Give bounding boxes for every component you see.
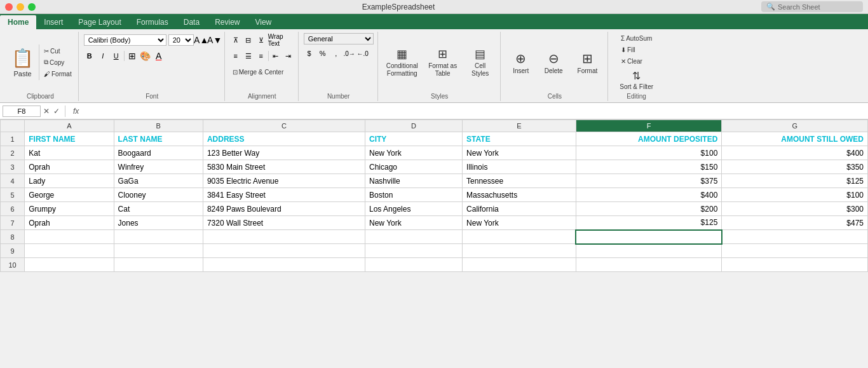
cell-e4[interactable]: Tennessee <box>463 174 576 188</box>
increase-font-button[interactable]: A▲ <box>196 34 207 46</box>
tab-data[interactable]: Data <box>176 15 207 29</box>
cell-d3[interactable]: Chicago <box>365 160 463 174</box>
cell-c2[interactable]: 123 Better Way <box>203 146 365 160</box>
align-center-button[interactable]: ☰ <box>243 50 254 62</box>
font-size-select[interactable]: 20 <box>168 34 194 46</box>
cell-a8[interactable] <box>25 230 114 244</box>
cell-b4[interactable]: GaGa <box>114 174 203 188</box>
cell-b2[interactable]: Boogaard <box>114 146 203 160</box>
sort-filter-button[interactable]: ⇅ Sort & Filter <box>613 69 660 92</box>
cell-c5[interactable]: 3841 Easy Street <box>203 188 365 202</box>
cell-c4[interactable]: 9035 Electric Avenue <box>203 174 365 188</box>
cell-g1[interactable]: AMOUNT STILL OWED <box>722 132 868 146</box>
tab-view[interactable]: View <box>247 15 279 29</box>
cell-d10[interactable] <box>365 258 463 272</box>
cell-g2[interactable]: $400 <box>722 146 868 160</box>
cell-d4[interactable]: Nashville <box>365 174 463 188</box>
confirm-formula-button[interactable]: ✓ <box>53 107 60 116</box>
row-num-2[interactable]: 2 <box>1 146 25 160</box>
close-button[interactable] <box>5 3 13 11</box>
italic-button[interactable]: I <box>97 50 109 62</box>
cell-g6[interactable]: $300 <box>722 202 868 216</box>
cell-d7[interactable]: New York <box>365 216 463 230</box>
row-num-7[interactable]: 7 <box>1 216 25 230</box>
cell-a10[interactable] <box>25 258 114 272</box>
col-header-a[interactable]: A <box>25 120 114 132</box>
align-top-button[interactable]: ⊼ <box>230 34 241 46</box>
cell-f4[interactable]: $375 <box>576 174 722 188</box>
cell-a1[interactable]: FIRST NAME <box>25 132 114 146</box>
row-num-5[interactable]: 5 <box>1 188 25 202</box>
cell-f7[interactable]: $125 <box>576 216 722 230</box>
cell-b7[interactable]: Jones <box>114 216 203 230</box>
align-right-button[interactable]: ≡ <box>255 50 267 62</box>
cell-d6[interactable]: Los Angeles <box>365 202 463 216</box>
col-header-c[interactable]: C <box>203 120 365 132</box>
cell-e10[interactable] <box>463 258 576 272</box>
cell-a2[interactable]: Kat <box>25 146 114 160</box>
cell-f2[interactable]: $100 <box>576 146 722 160</box>
row-num-10[interactable]: 10 <box>1 258 25 272</box>
cell-a5[interactable]: George <box>25 188 114 202</box>
format-painter-button[interactable]: 🖌 Format <box>41 69 74 79</box>
cell-b6[interactable]: Cat <box>114 202 203 216</box>
align-bottom-button[interactable]: ⊻ <box>255 34 267 46</box>
col-header-g[interactable]: G <box>722 120 868 132</box>
font-color-button[interactable]: A <box>153 50 165 62</box>
cell-d1[interactable]: CITY <box>365 132 463 146</box>
row-num-1[interactable]: 1 <box>1 132 25 146</box>
cell-c6[interactable]: 8249 Paws Boulevard <box>203 202 365 216</box>
cell-a6[interactable]: Grumpy <box>25 202 114 216</box>
cell-g8[interactable] <box>722 230 868 244</box>
cell-g3[interactable]: $350 <box>722 160 868 174</box>
cell-styles-button[interactable]: ▤ Cell Styles <box>465 44 496 80</box>
decrease-font-button[interactable]: A▼ <box>209 34 220 46</box>
cut-button[interactable]: ✂ Cut <box>41 46 74 56</box>
cell-e8[interactable] <box>463 230 576 244</box>
increase-decimal-button[interactable]: .0→ <box>344 48 355 59</box>
indent-decrease-button[interactable]: ⇤ <box>270 50 281 62</box>
comma-button[interactable]: , <box>330 48 342 59</box>
wrap-text-button[interactable]: Wrap Text <box>270 34 281 46</box>
tab-formulas[interactable]: Formulas <box>129 15 176 29</box>
paste-button[interactable]: 📋 Paste <box>6 44 39 80</box>
cell-b5[interactable]: Clooney <box>114 188 203 202</box>
search-box[interactable]: 🔍 Search Sheet <box>761 1 863 12</box>
cell-d5[interactable]: Boston <box>365 188 463 202</box>
col-header-e[interactable]: E <box>463 120 576 132</box>
cell-a9[interactable] <box>25 244 114 258</box>
col-header-b[interactable]: B <box>114 120 203 132</box>
bold-button[interactable]: B <box>84 50 95 62</box>
cell-b1[interactable]: LAST NAME <box>114 132 203 146</box>
col-header-d[interactable]: D <box>365 120 463 132</box>
cell-c1[interactable]: ADDRESS <box>203 132 365 146</box>
cell-a3[interactable]: Oprah <box>25 160 114 174</box>
row-num-6[interactable]: 6 <box>1 202 25 216</box>
tab-home[interactable]: Home <box>0 15 36 29</box>
cell-f9[interactable] <box>576 244 722 258</box>
cell-g10[interactable] <box>722 258 868 272</box>
cell-c7[interactable]: 7320 Wall Street <box>203 216 365 230</box>
cell-b10[interactable] <box>114 258 203 272</box>
indent-increase-button[interactable]: ⇥ <box>283 50 294 62</box>
clear-button[interactable]: ✕ Clear <box>618 56 645 66</box>
delete-button[interactable]: ⊖ Delete <box>538 44 569 80</box>
format-button[interactable]: ⊞ Format <box>571 44 604 80</box>
cell-f8[interactable] <box>576 230 722 244</box>
insert-button[interactable]: ⊕ Insert <box>506 44 536 80</box>
cell-e6[interactable]: California <box>463 202 576 216</box>
cell-g5[interactable]: $100 <box>722 188 868 202</box>
cell-c3[interactable]: 5830 Main Street <box>203 160 365 174</box>
cell-b3[interactable]: Winfrey <box>114 160 203 174</box>
cell-e5[interactable]: Massachusetts <box>463 188 576 202</box>
decrease-decimal-button[interactable]: ←.0 <box>357 48 369 59</box>
cell-b9[interactable] <box>114 244 203 258</box>
cell-f5[interactable]: $400 <box>576 188 722 202</box>
tab-review[interactable]: Review <box>207 15 247 29</box>
fill-button[interactable]: ⬇ Fill <box>618 44 638 55</box>
font-family-select[interactable]: Calibri (Body) <box>84 34 166 46</box>
cell-a7[interactable]: Oprah <box>25 216 114 230</box>
cell-e2[interactable]: New York <box>463 146 576 160</box>
row-num-8[interactable]: 8 <box>1 230 25 244</box>
conditional-formatting-button[interactable]: ▦ Conditional Formatting <box>383 44 421 80</box>
